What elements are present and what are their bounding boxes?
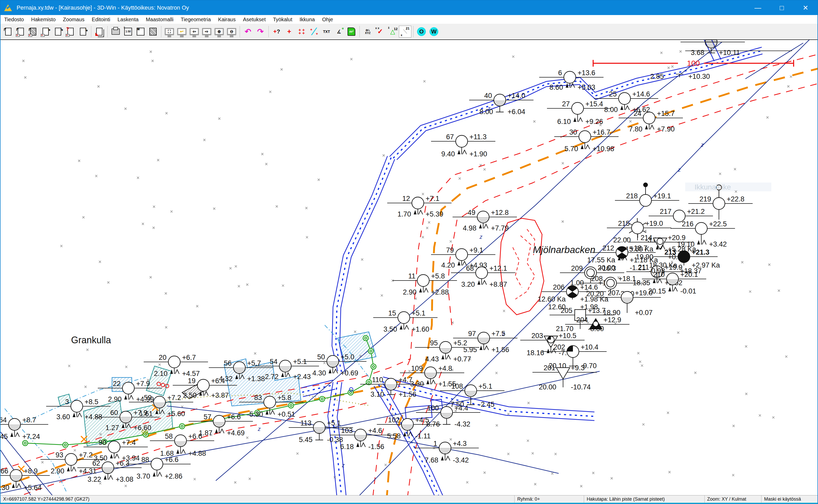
sheet-hatch-icon[interactable] — [147, 26, 159, 37]
write-query-icon[interactable]: ? — [65, 26, 76, 37]
svg-text:3.50: 3.50 — [383, 325, 397, 333]
copy-drawing-icon[interactable]: ◣ — [93, 26, 105, 37]
read-file-format-icon[interactable]: ↱ — [15, 26, 27, 37]
svg-text:-4.32: -4.32 — [455, 420, 471, 428]
svg-text:+5.8: +5.8 — [277, 394, 291, 402]
svg-text:25: 25 — [609, 90, 617, 98]
survey-point-37[interactable]: 37+15.63.68+10.11 — [681, 40, 745, 57]
pan-right-icon[interactable]: ⇨ — [201, 26, 213, 37]
survey-point-213[interactable]: 213+21.318.30 Ka+2.97 Ka — [649, 248, 720, 269]
svg-text:3.20: 3.20 — [461, 281, 475, 288]
map-annotation: +10.30 — [688, 73, 710, 80]
survey-point-40[interactable]: 40+14.08.00+6.04 — [469, 92, 534, 116]
map-canvas[interactable]: zzzzzzzz10037+15.63.68+10.116+13.68.60+5… — [1, 39, 818, 497]
read-file-icon[interactable]: ↱ — [2, 26, 14, 37]
pan-left-icon[interactable]: ⇦ — [188, 26, 200, 37]
check-points-icon[interactable]: ✓x x — [374, 26, 386, 37]
menu-item-tiegeometria[interactable]: Tiegeometria — [177, 15, 214, 24]
angle-calc-icon[interactable]: ∡α — [333, 26, 345, 37]
svg-text:201: 201 — [544, 364, 555, 372]
close-button[interactable]: ✕ — [794, 1, 817, 15]
read-multiple-files-icon[interactable]: ↱ — [27, 26, 39, 37]
add-point-icon[interactable]: + — [283, 26, 295, 37]
maximize-button[interactable]: □ — [770, 1, 794, 15]
survey-point-49[interactable]: 49+12.84.98+7.79 — [453, 209, 517, 232]
redo-icon[interactable]: ↷ — [254, 26, 266, 37]
survey-point-79[interactable]: 79+9.14.20+4.93 — [431, 246, 495, 269]
svg-text:9.40: 9.40 — [441, 150, 455, 158]
line-code-mark: z — [678, 166, 681, 173]
minimize-button[interactable]: — — [746, 1, 770, 15]
macro-o-icon[interactable]: O — [416, 26, 428, 37]
undo-icon[interactable]: ↶ — [242, 26, 254, 37]
survey-point-15[interactable]: 15+5.13.50+1.60 — [373, 309, 438, 333]
previous-view-icon[interactable]: ↩ — [176, 26, 188, 37]
survey-point-68[interactable]: 68+12.13.20+8.87 — [451, 264, 515, 288]
survey-point-64[interactable]: 64+8.71.45+7.24 — [1, 416, 48, 440]
survey-point-24[interactable]: 24+15.77.80+7.90 — [619, 110, 683, 133]
menu-item-hakemisto[interactable]: Hakemisto — [27, 15, 59, 24]
survey-point-27[interactable]: 27+15.46.10+9.26 — [547, 100, 611, 125]
print-scale-icon[interactable]: 1:50x̄ — [122, 26, 134, 37]
svg-text:6: 6 — [558, 69, 562, 77]
zoom-in-icon[interactable]: ⊕ — [213, 26, 225, 37]
svg-text:57: 57 — [204, 413, 211, 421]
print-icon[interactable] — [110, 26, 122, 37]
svg-text:5.30: 5.30 — [249, 410, 263, 418]
survey-point-12[interactable]: 12+7.11.70+5.39 — [387, 195, 452, 218]
svg-text:+4.5: +4.5 — [415, 416, 429, 424]
title-bar[interactable]: Pernaja.xy.tdw - [Kairausohje] - 3D-Win … — [1, 1, 817, 15]
menu-item-ohje[interactable]: Ohje — [318, 15, 337, 24]
svg-text:+6.4: +6.4 — [211, 377, 225, 385]
survey-point-30[interactable]: 30+16.75.70+10.98 — [554, 128, 619, 153]
add-points-icon[interactable]: + ++ + — [296, 26, 307, 37]
menu-item-tiedosto[interactable]: Tiedosto — [1, 15, 27, 24]
svg-text:+13.7: +13.7 — [588, 307, 606, 314]
area-calc-icon[interactable]: m² — [345, 26, 357, 37]
svg-text:3: 3 — [65, 398, 69, 406]
text-icon[interactable]: TXT — [320, 26, 332, 37]
menu-item-maastomalli[interactable]: Maastomalli — [142, 15, 177, 24]
menu-item-zoomaus[interactable]: Zoomaus — [59, 15, 88, 24]
point-query-icon[interactable]: +? — [271, 26, 283, 37]
write-file-icon[interactable]: ↳ — [40, 26, 52, 37]
status-mask: Maski ei käytössä — [761, 495, 817, 503]
menu-item-ikkuna[interactable]: Ikkuna — [296, 15, 318, 24]
write-file-as-icon[interactable]: ↳ — [52, 26, 64, 37]
zoom-out-icon[interactable]: ⊖ — [226, 26, 237, 37]
survey-point-25[interactable]: 25+14.68.00+6.62 — [594, 90, 658, 114]
point-number-icon[interactable]: ⟍21x — [399, 26, 411, 37]
page-setup-icon[interactable]: ▤ — [135, 26, 146, 37]
svg-text:+6.7: +6.7 — [182, 354, 196, 361]
menu-item-editointi[interactable]: Editointi — [88, 15, 114, 24]
edit-line-icon[interactable]: ╱++ — [308, 26, 320, 37]
macro-w-icon[interactable]: W — [428, 26, 440, 37]
menu-item-asetukset[interactable]: Asetukset — [239, 15, 269, 24]
triangle-model-icon[interactable]: △12x̄ — [387, 26, 398, 37]
survey-point-11[interactable]: 11+5.82.90+2.88 — [393, 272, 457, 296]
svg-text:100: 100 — [687, 59, 700, 67]
svg-text:+8.87: +8.87 — [490, 281, 507, 288]
svg-text:1.70: 1.70 — [397, 210, 411, 218]
coordinate-xyz-icon[interactable]: ⊘⁄₊XYZ — [362, 26, 374, 37]
export-file-icon[interactable]: ↳ — [77, 26, 89, 37]
status-zoom-mode: Zoom: XY / Kulmat — [705, 495, 762, 503]
svg-text:+5.7: +5.7 — [247, 359, 261, 367]
survey-drawing[interactable]: zzzzzzzz10037+15.63.68+10.116+13.68.60+5… — [1, 40, 818, 497]
menu-item-työkalut[interactable]: Työkalut — [269, 15, 296, 24]
svg-text:17.55 Ka: 17.55 Ka — [587, 256, 616, 264]
survey-point-67[interactable]: 67+11.39.40+1.90 — [431, 133, 495, 158]
map-line — [513, 247, 522, 288]
svg-text:+14.6: +14.6 — [580, 283, 598, 291]
fit-screen-icon[interactable]: ⛶ — [163, 26, 175, 37]
svg-text:8.60: 8.60 — [549, 83, 563, 91]
svg-text:90: 90 — [99, 439, 106, 446]
survey-point-1[interactable]: 1+4.37.68-3.42 — [415, 440, 479, 464]
svg-text:+0.77: +0.77 — [453, 355, 471, 363]
svg-text:4.20: 4.20 — [441, 261, 455, 269]
survey-point-218[interactable]: 218+19.1 — [615, 183, 679, 206]
survey-point-6[interactable]: 6+13.68.60+5.03 — [539, 69, 604, 91]
menu-item-laskenta[interactable]: Laskenta — [114, 15, 142, 24]
menu-item-kairaus[interactable]: Kairaus — [214, 15, 239, 24]
svg-text:214: 214 — [641, 234, 652, 242]
